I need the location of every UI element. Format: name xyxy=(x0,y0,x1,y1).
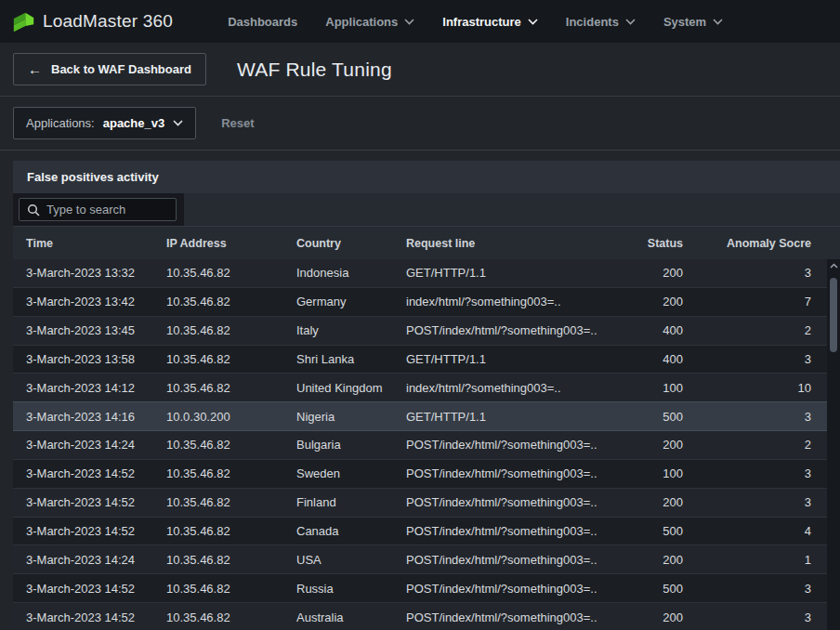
applications-dropdown-label: Applications: xyxy=(26,116,95,130)
nav-item-label: Infrastructure xyxy=(442,15,521,29)
cell-status: 200 xyxy=(620,610,683,624)
nav-item-applications[interactable]: Applications xyxy=(325,15,414,29)
cell-country: Sweden xyxy=(296,466,406,480)
table-row[interactable]: 3-March-2023 14:24 10.35.46.82 USA POST/… xyxy=(13,545,827,573)
column-header-time[interactable]: Time xyxy=(26,237,166,250)
nav-item-label: Applications xyxy=(325,15,398,29)
column-header-country[interactable]: Country xyxy=(296,237,406,250)
cell-request-line: index/html/?something003=.. xyxy=(406,381,620,395)
cell-status: 200 xyxy=(620,553,683,567)
table-row[interactable]: 3-March-2023 13:32 10.35.46.82 Indonesia… xyxy=(13,259,827,287)
search-box[interactable] xyxy=(19,198,177,221)
cell-request-line: GET/HTTP/1.1 xyxy=(406,352,620,366)
cell-request-line: POST/index/html/?something003=.. xyxy=(406,524,620,538)
chevron-down-icon xyxy=(528,19,538,25)
table-row[interactable]: 3-March-2023 13:45 10.35.46.82 Italy POS… xyxy=(13,316,827,345)
column-header-ip[interactable]: IP Address xyxy=(166,237,296,250)
cell-time: 3-March-2023 14:52 xyxy=(26,495,166,509)
cell-request-line: POST/index/html/?something003=.. xyxy=(406,582,620,596)
cell-time: 3-March-2023 14:52 xyxy=(26,582,166,596)
table-header-row: Time IP Address Country Request line Sta… xyxy=(13,226,840,259)
nav-item-label: System xyxy=(663,15,706,29)
reset-button[interactable]: Reset xyxy=(221,116,254,130)
cell-anomaly-score: 1 xyxy=(683,553,827,567)
scroll-up-icon[interactable] xyxy=(827,259,840,272)
search-input[interactable] xyxy=(46,203,168,217)
top-nav-bar: LoadMaster 360 Dashboards Applications I… xyxy=(0,0,840,43)
brand[interactable]: LoadMaster 360 xyxy=(11,10,173,33)
cell-time: 3-March-2023 13:58 xyxy=(26,352,166,366)
cell-status: 500 xyxy=(620,524,683,538)
back-button-label: Back to WAF Dashboard xyxy=(51,62,191,76)
cell-country: Italy xyxy=(296,323,406,337)
table-body: 3-March-2023 13:32 10.35.46.82 Indonesia… xyxy=(13,259,840,630)
cell-status: 200 xyxy=(620,295,683,308)
page-header: ← Back to WAF Dashboard WAF Rule Tuning xyxy=(0,43,840,97)
cell-country: Australia xyxy=(296,610,406,624)
cell-time: 3-March-2023 13:45 xyxy=(26,323,166,337)
cell-ip-address: 10.0.30.200 xyxy=(166,410,296,424)
cell-anomaly-score: 4 xyxy=(683,524,827,538)
table-row[interactable]: 3-March-2023 14:52 10.35.46.82 Australia… xyxy=(13,602,827,630)
chevron-down-icon xyxy=(173,120,183,126)
cell-anomaly-score: 3 xyxy=(683,582,827,596)
nav-item-dashboards[interactable]: Dashboards xyxy=(228,15,297,29)
chevron-down-icon xyxy=(404,19,414,25)
cell-country: Nigeria xyxy=(296,410,406,424)
table-row[interactable]: 3-March-2023 14:52 10.35.46.82 Russia PO… xyxy=(13,573,827,602)
cell-country: Indonesia xyxy=(296,266,406,280)
cell-time: 3-March-2023 14:52 xyxy=(26,610,166,624)
cell-country: Germany xyxy=(296,295,406,308)
cell-time: 3-March-2023 14:24 xyxy=(26,438,166,452)
cell-status: 100 xyxy=(620,466,683,480)
table-row[interactable]: 3-March-2023 14:52 10.35.46.82 Finland P… xyxy=(13,488,827,517)
table-row[interactable]: 3-March-2023 14:12 10.35.46.82 United Ki… xyxy=(13,373,827,401)
cell-ip-address: 10.35.46.82 xyxy=(166,438,296,452)
filter-bar: Applications: apache_v3 Reset xyxy=(0,97,840,151)
column-header-anomaly[interactable]: Anomaly Socre xyxy=(683,237,840,250)
cell-anomaly-score: 2 xyxy=(683,438,827,452)
column-header-status[interactable]: Status xyxy=(620,237,683,250)
table-rows: 3-March-2023 13:32 10.35.46.82 Indonesia… xyxy=(13,259,827,630)
cell-ip-address: 10.35.46.82 xyxy=(166,524,296,538)
cell-anomaly-score: 3 xyxy=(683,466,827,480)
scrollbar-thumb[interactable] xyxy=(830,278,837,352)
table-row[interactable]: 3-March-2023 13:58 10.35.46.82 Shri Lank… xyxy=(13,345,827,374)
chevron-down-icon xyxy=(713,19,723,25)
cell-ip-address: 10.35.46.82 xyxy=(166,295,296,308)
vertical-scrollbar[interactable] xyxy=(827,259,840,630)
column-header-request[interactable]: Request line xyxy=(406,237,620,250)
cell-request-line: index/html/?something003=.. xyxy=(406,295,620,308)
cell-request-line: POST/index/html/?something003=.. xyxy=(406,438,620,452)
cell-anomaly-score: 3 xyxy=(683,352,827,366)
search-row xyxy=(13,193,840,226)
applications-dropdown[interactable]: Applications: apache_v3 xyxy=(13,107,196,139)
cell-ip-address: 10.35.46.82 xyxy=(166,495,296,509)
cell-request-line: POST/index/html/?something003=.. xyxy=(406,495,620,509)
table-row[interactable]: 3-March-2023 14:24 10.35.46.82 Bulgaria … xyxy=(13,430,827,459)
cell-ip-address: 10.35.46.82 xyxy=(166,466,296,480)
table-row[interactable]: 3-March-2023 13:42 10.35.46.82 Germany i… xyxy=(13,287,827,316)
cell-status: 200 xyxy=(620,495,683,509)
table-row[interactable]: 3-March-2023 14:16 10.0.30.200 Nigeria G… xyxy=(13,401,827,430)
cell-anomaly-score: 3 xyxy=(683,495,827,509)
nav-item-system[interactable]: System xyxy=(663,15,723,29)
cell-time: 3-March-2023 14:52 xyxy=(26,466,166,480)
nav-item-infrastructure[interactable]: Infrastructure xyxy=(442,15,538,29)
applications-dropdown-value: apache_v3 xyxy=(103,116,165,130)
cell-status: 100 xyxy=(620,381,683,395)
nav-item-incidents[interactable]: Incidents xyxy=(566,15,636,29)
cell-status: 500 xyxy=(620,582,683,596)
cell-time: 3-March-2023 14:16 xyxy=(26,410,166,424)
cell-time: 3-March-2023 13:32 xyxy=(26,266,166,280)
cell-anomaly-score: 3 xyxy=(683,410,827,424)
cell-anomaly-score: 7 xyxy=(683,295,827,308)
search-icon xyxy=(27,203,40,217)
cell-ip-address: 10.35.46.82 xyxy=(166,266,296,280)
cell-time: 3-March-2023 14:52 xyxy=(26,524,166,538)
chevron-down-icon xyxy=(625,19,636,25)
table-row[interactable]: 3-March-2023 14:52 10.35.46.82 Sweden PO… xyxy=(13,459,827,488)
table-row[interactable]: 3-March-2023 14:52 10.35.46.82 Canada PO… xyxy=(13,517,827,545)
back-to-waf-dashboard-button[interactable]: ← Back to WAF Dashboard xyxy=(13,53,206,85)
cell-status: 200 xyxy=(620,266,683,280)
